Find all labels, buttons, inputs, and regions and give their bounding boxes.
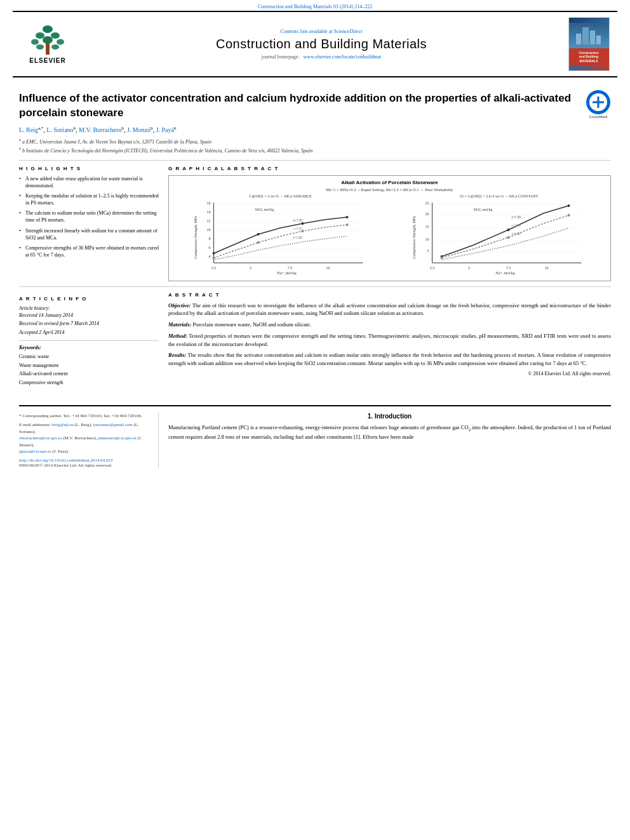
history-label: Article history:: [19, 305, 159, 311]
keywords-label: Keywords:: [19, 345, 159, 350]
homepage-url[interactable]: www.elsevier.com/locate/conbuildmat: [304, 54, 382, 60]
svg-text:7.5: 7.5: [288, 266, 293, 270]
article-info-section: A R T I C L E I N F O Article history: R…: [19, 296, 159, 387]
article-history: Article history: Received 14 January 201…: [19, 305, 159, 337]
svg-point-7: [51, 44, 59, 50]
abstract-copyright: © 2014 Elsevier Ltd. All rights reserved…: [168, 371, 611, 377]
svg-text:10: 10: [207, 228, 211, 232]
article-content: Influence of the activator concentration…: [0, 77, 630, 399]
email-reig[interactable]: lreig@uji.es: [51, 422, 73, 427]
materials-text: Porcelain stoneware waste, NaOH and sodi…: [193, 321, 311, 328]
keyword-3: Alkali-activated cement: [19, 370, 159, 378]
elsevier-brand-text: ELSEVIER: [29, 57, 65, 64]
affiliations: a a EMC, Universitat Jaume I, Av. de Vic…: [19, 137, 611, 154]
svg-text:20: 20: [426, 212, 429, 216]
doi-link[interactable]: http://dx.doi.org/10.1016/j.conbuildmat.…: [19, 458, 112, 463]
homepage-label: journal homepage:: [262, 54, 300, 60]
graph-subtitle: Ms<1 × MNa>0.2 →Rapid Setting; Ms>2.5 × …: [173, 187, 607, 192]
keyword-4: Compressive strength: [19, 378, 159, 387]
crossmark-icon: [586, 90, 610, 114]
graph-left-panel: Ca(OH)2 = 2 wt-% → MCa VARIABLE 16 14 12: [173, 194, 388, 277]
svg-point-39: [346, 216, 349, 218]
email-borrachero[interactable]: vborrachero@cst.upv.es: [19, 436, 62, 441]
keyword-1: Ceramic waste: [19, 352, 159, 361]
introduction-section: 1. Introduction Manufacturing Portland c…: [168, 413, 611, 441]
svg-point-37: [257, 233, 260, 236]
article-title-section: Influence of the activator concentration…: [19, 91, 611, 121]
received-revised-date: Received in revised form 7 March 2014: [19, 319, 159, 328]
svg-text:Compressive Strength, MPa: Compressive Strength, MPa: [194, 215, 198, 258]
svg-text:5: 5: [468, 266, 470, 270]
mid-divider: [19, 286, 611, 287]
cover-thumbnail: Constructionand BuildingMATERIALS: [568, 17, 610, 71]
email-soriano[interactable]: lousomar@gmail.com: [93, 422, 133, 427]
svg-text:r=1.82: r=1.82: [293, 236, 303, 239]
bottom-section: * Corresponding author. Tel.: +34 964 72…: [0, 413, 630, 468]
svg-text:7.5: 7.5: [506, 266, 511, 270]
graphical-abstract-box: Alkali Activation of Porcelain Stoneware…: [168, 175, 611, 281]
cover-text: Constructionand BuildingMATERIALS: [570, 50, 608, 65]
author-soriano[interactable]: L. Soriano: [46, 126, 73, 133]
journal-ref-text: Construction and Building Materials 63 (…: [258, 4, 372, 10]
journal-header: ELSEVIER Contents lists available at Sci…: [13, 11, 617, 77]
svg-text:10: 10: [426, 237, 429, 241]
author-borrachero[interactable]: M.V. Borrachero: [79, 126, 121, 133]
author-paya[interactable]: J. Payá: [156, 126, 174, 133]
svg-point-70: [507, 236, 510, 239]
graph-right-label: 25 × Ca(OH)2 = 2 to 4 wt-% → MCa CONSTAN…: [391, 194, 607, 198]
svg-text:5: 5: [250, 266, 251, 270]
affiliation-b: b b Instituto de Ciencia y Tecnología de…: [19, 146, 611, 155]
article-info-heading: A R T I C L E I N F O: [19, 296, 159, 302]
svg-point-4: [43, 36, 53, 44]
article-dates: Received 14 January 2014 Received in rev…: [19, 311, 159, 337]
info-abstract-row: A R T I C L E I N F O Article history: R…: [19, 292, 611, 387]
objective-label: Objective:: [168, 302, 191, 309]
highlight-item-4: Strength increased linearly with sodium …: [19, 227, 159, 241]
received-date: Received 14 January 2014: [19, 311, 159, 320]
svg-text:6: 6: [209, 246, 211, 250]
doi-text: http://dx.doi.org/10.1016/j.conbuildmat.…: [19, 458, 149, 463]
author-monzo[interactable]: J. Monzó: [127, 126, 151, 133]
science-direct-link[interactable]: ScienceDirect: [334, 29, 363, 34]
svg-text:15: 15: [426, 225, 429, 229]
footnotes-col: * Corresponding author. Tel.: +34 964 72…: [19, 413, 159, 468]
svg-point-71: [568, 214, 570, 217]
introduction-col: 1. Introduction Manufacturing Portland c…: [159, 413, 611, 468]
email-footnote: E-mail addresses: lreig@uji.es (L. Reig)…: [19, 422, 149, 455]
email-paya[interactable]: jjpaya@cst.upv.es: [19, 449, 51, 454]
article-info-col: A R T I C L E I N F O Article history: R…: [19, 292, 159, 387]
abstract-results: Results: The results show that the activ…: [168, 351, 611, 368]
svg-point-38: [302, 222, 304, 225]
highlight-item-1: A new added value reuse application for …: [19, 175, 159, 189]
svg-point-43: [346, 223, 349, 226]
svg-point-2: [51, 32, 60, 39]
svg-point-40: [213, 257, 215, 259]
intro-paragraph: Manufacturing Portland cement (PC) is a …: [168, 423, 611, 441]
svg-text:Compressive Strength, MPa: Compressive Strength, MPa: [412, 215, 416, 258]
svg-rect-10: [582, 27, 589, 45]
highlights-heading: H I G H L I G H T S: [19, 166, 159, 171]
svg-point-68: [568, 204, 570, 207]
svg-text:r=7.35: r=7.35: [293, 218, 303, 222]
info-divider: [19, 340, 159, 341]
intro-heading: 1. Introduction: [168, 413, 611, 420]
svg-text:16: 16: [207, 201, 211, 205]
highlight-item-2: Keeping the modulus of solution at 1–2.5…: [19, 192, 159, 206]
accepted-date: Accepted 2 April 2014: [19, 328, 159, 337]
email-monzo[interactable]: jmmonzo@cst.upv.es: [98, 436, 136, 441]
results-label: Results:: [168, 352, 186, 358]
keywords-section: Keywords: Ceramic waste Waste management…: [19, 345, 159, 387]
method-text: Tested properties of mortars were the co…: [168, 333, 611, 347]
highlights-section: H I G H L I G H T S A new added value re…: [19, 166, 159, 281]
materials-label: Materials:: [168, 321, 191, 328]
svg-text:25: 25: [426, 201, 429, 205]
elsevier-tree-icon: [29, 24, 67, 56]
svg-point-5: [57, 39, 64, 45]
author-reig[interactable]: L. Reig: [19, 126, 38, 133]
svg-rect-11: [590, 30, 595, 45]
abstract-heading: A B S T R A C T: [168, 292, 611, 298]
svg-text:Na+, mol/kg: Na+, mol/kg: [277, 271, 296, 275]
svg-text:r=7.35: r=7.35: [512, 215, 521, 219]
graph-left-label: Ca(OH)2 = 2 wt-% → MCa VARIABLE: [173, 194, 388, 198]
highlights-list: A new added value reuse application for …: [19, 175, 159, 259]
